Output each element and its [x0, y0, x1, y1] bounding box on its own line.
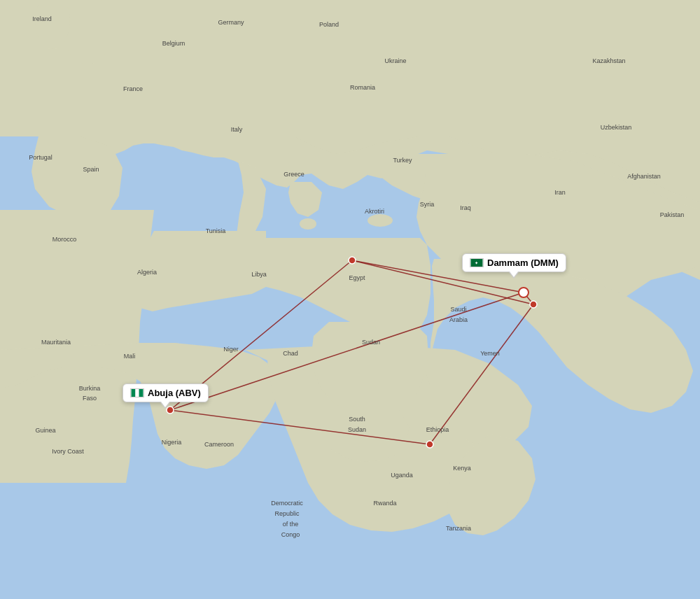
svg-text:of the: of the	[283, 521, 299, 528]
svg-text:Algeria: Algeria	[137, 269, 157, 276]
svg-text:Belgium: Belgium	[162, 40, 186, 47]
svg-text:Portugal: Portugal	[29, 154, 52, 161]
svg-text:Republic: Republic	[274, 510, 300, 517]
svg-text:Germany: Germany	[218, 19, 244, 26]
svg-text:Ukraine: Ukraine	[384, 57, 406, 64]
svg-text:Sudan: Sudan	[348, 426, 366, 433]
svg-text:Mauritania: Mauritania	[41, 339, 71, 346]
svg-text:Cameroon: Cameroon	[204, 441, 234, 448]
svg-text:Syria: Syria	[420, 201, 435, 208]
svg-point-16	[530, 301, 537, 308]
svg-text:Iran: Iran	[554, 189, 566, 196]
svg-text:Ireland: Ireland	[32, 15, 52, 22]
svg-text:Egypt: Egypt	[349, 274, 365, 281]
svg-text:Rwanda: Rwanda	[373, 500, 396, 507]
svg-text:Niger: Niger	[223, 346, 239, 353]
map-container: Ireland Germany Poland Kazakhstan Belgiu…	[0, 0, 700, 599]
svg-text:Arabia: Arabia	[449, 316, 468, 323]
svg-point-3	[300, 218, 316, 230]
svg-text:Ivory Coast: Ivory Coast	[52, 448, 84, 455]
svg-text:Pakistan: Pakistan	[660, 211, 685, 218]
svg-text:South: South	[349, 416, 365, 423]
svg-text:Burkina: Burkina	[79, 385, 101, 392]
svg-point-13	[349, 257, 356, 264]
svg-text:Kenya: Kenya	[453, 465, 471, 472]
svg-point-15	[519, 288, 528, 297]
svg-text:Nigeria: Nigeria	[162, 439, 182, 446]
svg-text:Yemen: Yemen	[480, 350, 500, 357]
svg-text:Greece: Greece	[284, 171, 304, 178]
svg-text:Kazakhstan: Kazakhstan	[592, 57, 625, 64]
svg-point-12	[167, 407, 174, 414]
svg-point-4	[368, 214, 393, 227]
svg-text:Faso: Faso	[83, 395, 97, 402]
svg-text:Tanzania: Tanzania	[446, 525, 471, 532]
svg-text:Akrotiri: Akrotiri	[365, 208, 384, 215]
svg-text:Uganda: Uganda	[391, 472, 413, 479]
svg-text:Chad: Chad	[283, 350, 298, 357]
svg-text:Morocco: Morocco	[52, 236, 77, 243]
svg-text:Sudan: Sudan	[362, 339, 380, 346]
svg-text:Ethiopia: Ethiopia	[426, 426, 449, 433]
svg-text:Uzbekistan: Uzbekistan	[601, 124, 632, 131]
svg-text:Poland: Poland	[319, 21, 339, 28]
svg-text:Saudi: Saudi	[450, 306, 466, 313]
map-svg: Ireland Germany Poland Kazakhstan Belgiu…	[0, 0, 700, 599]
svg-text:Tunisia: Tunisia	[206, 227, 226, 234]
svg-text:Turkey: Turkey	[393, 157, 412, 164]
svg-text:Democratic: Democratic	[271, 500, 303, 507]
svg-text:France: France	[123, 85, 143, 92]
svg-text:Congo: Congo	[281, 531, 300, 538]
svg-point-14	[426, 441, 433, 448]
svg-text:Romania: Romania	[350, 84, 375, 91]
svg-text:Mali: Mali	[124, 353, 136, 360]
svg-text:Spain: Spain	[83, 166, 99, 173]
svg-text:Libya: Libya	[251, 271, 267, 278]
svg-text:Guinea: Guinea	[35, 427, 55, 434]
svg-text:Italy: Italy	[231, 126, 243, 133]
svg-text:Iraq: Iraq	[460, 204, 471, 211]
svg-text:Afghanistan: Afghanistan	[627, 173, 661, 180]
